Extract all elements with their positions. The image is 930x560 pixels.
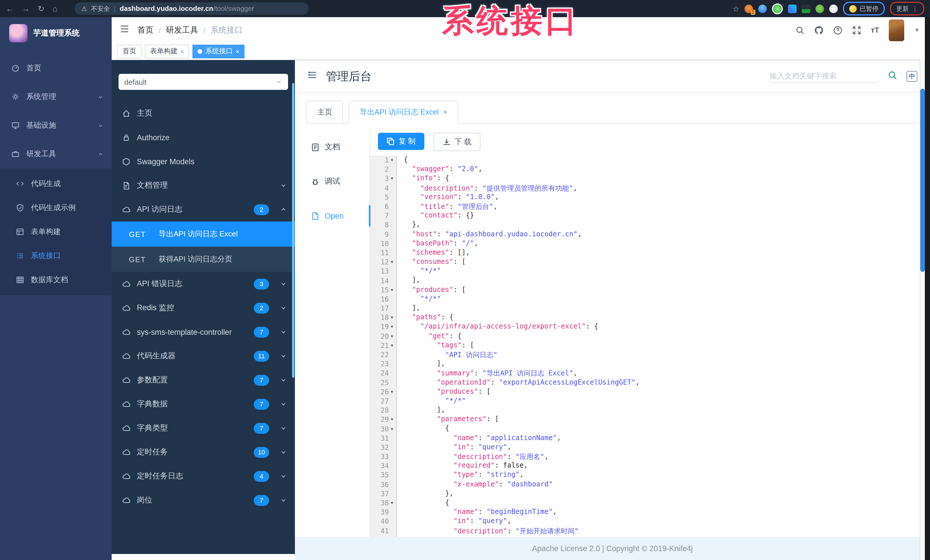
swagger-menu-item[interactable]: API 错误日志3 xyxy=(112,272,295,296)
endpoint-count-badge: 7 xyxy=(254,495,269,506)
swagger-menu-item[interactable]: Authorize xyxy=(112,125,295,149)
swagger-menu-item[interactable]: 字典数据7 xyxy=(112,392,295,416)
close-icon[interactable]: × xyxy=(443,108,447,116)
app-logo[interactable]: 芋道管理系统 xyxy=(0,17,112,54)
chevron-down-icon xyxy=(280,473,287,480)
swagger-menu-item[interactable]: 代码生成器11 xyxy=(112,344,295,368)
chevron-down-icon xyxy=(280,182,287,189)
sidebar-item-home[interactable]: 首页 xyxy=(0,54,112,83)
chevron-down-icon xyxy=(276,78,282,85)
doc-tab-export-api[interactable]: 导出API 访问日志 Excel × xyxy=(349,101,458,124)
close-icon[interactable]: × xyxy=(236,48,239,55)
sidebar-item-code-gen-demo[interactable]: 代码生成示例 xyxy=(0,196,112,220)
endpoint-count-badge: 2 xyxy=(254,302,269,313)
user-menu-caret-icon[interactable]: ▼ xyxy=(914,27,920,33)
code-line: "in": "query", xyxy=(404,517,640,526)
swagger-menu-item[interactable]: 字典类型7 xyxy=(112,416,295,440)
swagger-menu-item[interactable]: Swagger Models xyxy=(112,149,295,173)
chevron-down-icon xyxy=(280,353,287,359)
extension-icon-4[interactable] xyxy=(788,4,796,13)
back-icon[interactable]: ← xyxy=(6,4,14,13)
get-endpoint-item[interactable]: GET导出API 访问日志 Excel xyxy=(112,221,295,247)
swagger-menu-item[interactable]: Redis 监控2 xyxy=(112,296,295,320)
breadcrumb-home[interactable]: 首页 xyxy=(137,25,154,35)
extension-icon-3[interactable] xyxy=(772,3,783,14)
forward-icon[interactable]: → xyxy=(22,4,30,13)
user-avatar[interactable] xyxy=(889,19,904,41)
code-line: "summary": "导出API 访问日志 Excel", xyxy=(404,369,640,378)
swagger-menu-item[interactable]: 文档管理 xyxy=(112,173,295,198)
extension-icon-6[interactable] xyxy=(816,4,824,13)
json-editor[interactable]: 1▼23▼456789101112▼131415▼161718▼19▼20▼21… xyxy=(370,156,930,537)
code-line: "basePath": "/", xyxy=(404,239,640,248)
swagger-menu-item[interactable]: 主页 xyxy=(112,101,295,125)
close-icon[interactable]: × xyxy=(180,48,184,55)
extension-icon-5[interactable] xyxy=(802,4,810,13)
get-endpoint-item[interactable]: GET获得API 访问日志分页 xyxy=(112,247,295,272)
hamburger-icon[interactable] xyxy=(120,24,129,36)
extension-icon-2[interactable] xyxy=(758,4,767,13)
swagger-scrollbar-thumb[interactable] xyxy=(292,83,294,378)
breadcrumb-dev-tools[interactable]: 研发工具 xyxy=(166,25,198,35)
code-line: "produces": [ xyxy=(404,387,640,396)
sidebar-item-db-doc[interactable]: 数据库文档 xyxy=(0,268,112,292)
chevron-down-icon xyxy=(280,304,287,311)
github-icon[interactable] xyxy=(815,26,824,35)
sidebar-item-dev-tools[interactable]: 研发工具 xyxy=(0,140,112,168)
home-icon[interactable]: ⌂ xyxy=(52,4,57,13)
sidebar-item-code-gen[interactable]: 代码生成 xyxy=(0,172,112,196)
address-bar[interactable]: ⚠ 不安全 | dashboard.yudao.iocoder.cn/tool/… xyxy=(74,2,309,15)
bookmark-star-icon[interactable]: ☆ xyxy=(733,4,739,13)
cloud-api-icon xyxy=(122,352,131,360)
tag-form-builder[interactable]: 表单构建 × xyxy=(145,44,189,58)
sidebar-item-system-api[interactable]: 系统接口 xyxy=(0,244,112,268)
code-line: { xyxy=(404,424,640,434)
code-line: { xyxy=(404,156,640,165)
doc-search-icon[interactable] xyxy=(888,70,898,82)
swagger-menu-item[interactable]: 参数配置7 xyxy=(112,368,295,392)
code-line: "*/*" xyxy=(404,267,640,276)
swagger-menu-item[interactable]: API 访问日志2 xyxy=(112,198,295,221)
swagger-menu-item[interactable]: 定时任务日志4 xyxy=(112,464,295,488)
side-tab-debug[interactable]: 调试 xyxy=(295,173,370,190)
code-line: }, xyxy=(404,221,640,230)
download-button[interactable]: 下 载 xyxy=(433,133,480,151)
code-line: "version": "1.0.0", xyxy=(404,193,640,202)
doc-tab-home[interactable]: 主页 xyxy=(306,101,343,124)
api-group-select[interactable]: default xyxy=(119,74,288,90)
doc-tabs: 主页 导出API 访问日志 Excel × xyxy=(306,101,919,124)
chevron-up-icon xyxy=(280,206,287,213)
page-scrollbar-thumb[interactable] xyxy=(920,89,925,272)
fold-caret-icon: ▼ xyxy=(389,325,395,329)
hexagon-models-icon xyxy=(122,157,131,166)
sidebar-item-system-mgmt[interactable]: 系统管理 xyxy=(0,83,112,111)
tag-system-api[interactable]: 系统接口 × xyxy=(193,44,245,58)
sidebar-item-form-builder[interactable]: 表单构建 xyxy=(0,220,112,244)
browser-menu-icon[interactable]: ⋮ xyxy=(912,5,918,12)
swagger-menu-item[interactable]: 定时任务10 xyxy=(112,440,295,464)
copy-button[interactable]: 复 制 xyxy=(378,133,424,150)
doc-search-input[interactable] xyxy=(770,69,878,83)
font-size-icon[interactable]: тT xyxy=(871,26,879,34)
extension-icon-7[interactable] xyxy=(829,4,838,13)
gutter-line: 23 xyxy=(370,359,396,368)
database-table-icon xyxy=(16,276,24,284)
search-icon[interactable] xyxy=(795,26,805,35)
swagger-menu-item[interactable]: 岗位7 xyxy=(112,488,295,512)
code-line: "produces": [ xyxy=(404,285,640,295)
endpoint-count-badge: 11 xyxy=(254,351,269,361)
extension-icon-1[interactable]: 1 xyxy=(744,4,753,13)
code-line: "operationId": "exportApiAccessLogExcelU… xyxy=(404,378,640,387)
side-tab-open[interactable]: Open xyxy=(295,207,370,224)
browser-update-pill[interactable]: 更新 ⋮ xyxy=(890,2,924,15)
fullscreen-icon[interactable] xyxy=(852,26,861,35)
swagger-menu-item[interactable]: sys-sms-template-controller7 xyxy=(112,320,295,344)
gutter-line: 20▼ xyxy=(370,331,396,341)
sidebar-item-infrastructure[interactable]: 基础设施 xyxy=(0,111,112,140)
paused-extension-pill[interactable]: 已暂停 xyxy=(843,2,885,15)
help-icon[interactable] xyxy=(833,26,842,35)
reload-icon[interactable]: ↻ xyxy=(38,4,45,13)
language-icon[interactable]: 中 xyxy=(907,71,918,81)
side-tab-doc[interactable]: 文档 xyxy=(295,138,370,156)
tag-home[interactable]: 首页 xyxy=(117,44,142,58)
